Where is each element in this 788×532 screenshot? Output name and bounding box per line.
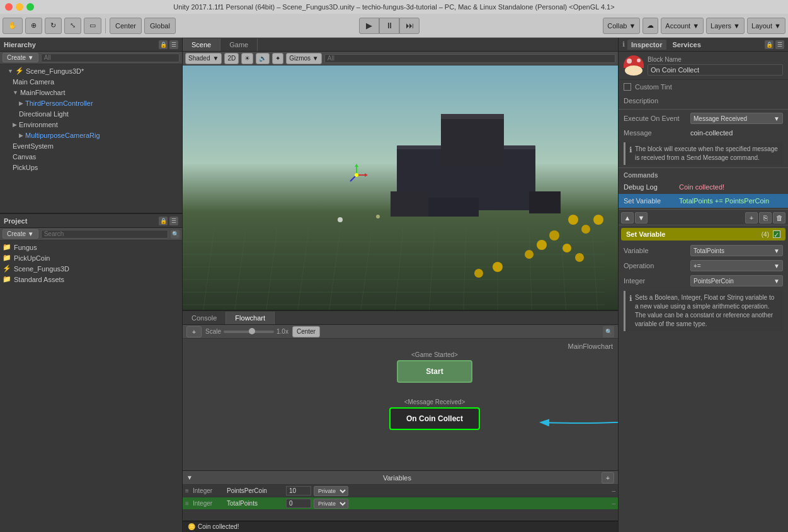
svg-point-40 bbox=[581, 225, 590, 234]
execute-event-dropdown[interactable]: Message Received ▼ bbox=[690, 113, 783, 124]
inspector-tab[interactable]: Inspector bbox=[627, 40, 666, 50]
global-button[interactable]: Global bbox=[144, 18, 176, 34]
cloud-button[interactable]: ☁ bbox=[642, 18, 658, 34]
set-var-delete-button[interactable]: 🗑 bbox=[773, 212, 785, 224]
block-name-input[interactable] bbox=[648, 64, 783, 76]
mainflowchart-title: MainFlowchart bbox=[568, 342, 613, 350]
tab-game[interactable]: Game bbox=[220, 38, 258, 51]
gizmos-dropdown[interactable]: Gizmos ▼ bbox=[286, 53, 322, 64]
project-create-button[interactable]: Create ▼ bbox=[3, 229, 38, 239]
ppercoin-drag-handle[interactable]: ≡ bbox=[185, 487, 190, 494]
pause-button[interactable]: ⏸ bbox=[379, 18, 399, 34]
layout-button[interactable]: Layout ▼ bbox=[747, 18, 785, 34]
fx-button[interactable]: ✦ bbox=[272, 53, 283, 64]
layers-button[interactable]: Layers ▼ bbox=[706, 18, 745, 34]
account-button[interactable]: Account ▼ bbox=[661, 18, 704, 34]
shaded-dropdown[interactable]: Shaded ▼ bbox=[185, 53, 222, 64]
project-search-submit[interactable]: 🔍 bbox=[171, 230, 180, 239]
twod-button[interactable]: 2D bbox=[224, 53, 239, 64]
project-item-standard-assets[interactable]: 📁 Standard Assets bbox=[0, 274, 182, 285]
custom-tint-checkbox[interactable] bbox=[624, 83, 631, 91]
inspector-lock-button[interactable]: 🔒 bbox=[765, 40, 774, 49]
maximize-button[interactable] bbox=[26, 3, 34, 11]
hierarchy-menu-button[interactable]: ☰ bbox=[169, 40, 178, 49]
audio-button[interactable]: 🔊 bbox=[256, 53, 270, 64]
totalpoints-privacy-select[interactable]: Private Public bbox=[314, 499, 348, 509]
scale-slider: Scale 1.0x bbox=[205, 328, 288, 335]
command-debug-log[interactable]: Debug Log Coin collected! bbox=[619, 180, 788, 194]
inspector-menu-button[interactable]: ☰ bbox=[775, 40, 784, 49]
inspector-panel-actions: 🔒 ☰ bbox=[765, 40, 784, 49]
play-button[interactable]: ▶ bbox=[359, 18, 379, 34]
layout-label: Layout ▼ bbox=[751, 22, 781, 30]
right-panel: ℹ Inspector Services 🔒 ☰ bbox=[618, 38, 788, 532]
project-item-pickupcoin[interactable]: 📁 PickUpCoin bbox=[0, 252, 182, 263]
hierarchy-item-dirlight[interactable]: Directional Light bbox=[0, 108, 182, 119]
set-var-add-button[interactable]: + bbox=[745, 212, 758, 224]
hierarchy-search-input[interactable] bbox=[41, 54, 180, 62]
scene-search-input[interactable] bbox=[324, 54, 615, 63]
ppercoin-value-input[interactable] bbox=[286, 486, 311, 495]
totalpoints-delete-button[interactable]: – bbox=[612, 500, 615, 507]
hierarchy-item-eventsystem[interactable]: EventSystem bbox=[0, 140, 182, 151]
hierarchy-lock-button[interactable]: 🔒 bbox=[159, 40, 168, 49]
sun-button[interactable]: ☀ bbox=[241, 53, 253, 64]
variable-inspector-dropdown[interactable]: TotalPoints ▼ bbox=[690, 245, 783, 256]
hierarchy-item-thirdperson[interactable]: ▶ ThirdPersonController bbox=[0, 98, 182, 108]
tab-scene[interactable]: Scene bbox=[183, 38, 220, 51]
hierarchy-item-environment[interactable]: ▶ Environment bbox=[0, 119, 182, 130]
hierarchy-item-maincamera[interactable]: Main Camera bbox=[0, 76, 182, 87]
start-node[interactable]: Start bbox=[397, 360, 472, 383]
ppercoin-delete-button[interactable]: – bbox=[612, 487, 615, 494]
services-tab[interactable]: Services bbox=[669, 40, 705, 50]
flowchart-add-button[interactable]: + bbox=[186, 326, 202, 337]
transform-gizmo[interactable] bbox=[344, 162, 369, 189]
close-button[interactable] bbox=[5, 3, 13, 11]
coin-collect-node[interactable]: On Coin Collect bbox=[389, 407, 480, 430]
flowchart-center-button[interactable]: Center bbox=[292, 326, 320, 337]
set-var-up-button[interactable]: ▲ bbox=[621, 212, 634, 224]
project-search-input[interactable] bbox=[41, 230, 168, 239]
totalpoints-drag-handle[interactable]: ≡ bbox=[185, 500, 190, 507]
set-variable-enabled-checkbox[interactable]: ✓ bbox=[773, 230, 780, 238]
integer-inspector-dropdown[interactable]: PointsPerCoin ▼ bbox=[690, 275, 783, 286]
totalpoints-value-input[interactable] bbox=[286, 499, 311, 508]
step-button[interactable]: ⏭ bbox=[399, 18, 420, 34]
rotate-tool-button[interactable]: ↻ bbox=[45, 18, 62, 34]
shaded-label: Shaded bbox=[188, 55, 210, 62]
minimize-button[interactable] bbox=[16, 3, 23, 11]
hierarchy-item-pickups[interactable]: PickUps bbox=[0, 162, 182, 173]
rect-tool-button[interactable]: ▭ bbox=[84, 18, 101, 34]
services-tab-label: Services bbox=[673, 41, 701, 48]
window-controls bbox=[5, 3, 34, 11]
scene-viewport[interactable]: Y X Z Persp bbox=[183, 65, 618, 310]
tab-flowchart[interactable]: Flowchart bbox=[226, 312, 275, 324]
hierarchy-item-canvas[interactable]: Canvas bbox=[0, 151, 182, 162]
flowchart-canvas[interactable]: MainFlowchart bbox=[183, 339, 618, 470]
set-var-copy-button[interactable]: ⎘ bbox=[759, 212, 772, 224]
hand-tool-button[interactable]: ✋ bbox=[3, 18, 23, 34]
scale-tool-button[interactable]: ⤡ bbox=[64, 18, 81, 34]
project-lock-button[interactable]: 🔒 bbox=[159, 217, 168, 225]
hierarchy-create-button[interactable]: Create ▼ bbox=[3, 53, 38, 62]
set-var-down-button[interactable]: ▼ bbox=[635, 212, 648, 224]
tab-console[interactable]: Console bbox=[183, 312, 226, 324]
hierarchy-item-scene[interactable]: ▼ ⚡ Scene_Fungus3D* bbox=[0, 65, 182, 76]
project-item-scene[interactable]: ⚡ Scene_Fungus3D bbox=[0, 263, 182, 274]
move-tool-button[interactable]: ⊕ bbox=[25, 18, 42, 34]
operation-inspector-dropdown[interactable]: += ▼ bbox=[690, 260, 783, 271]
variables-add-button[interactable]: + bbox=[602, 472, 614, 484]
hierarchy-item-multipurpose[interactable]: ▶ MultipurposeCameraRig bbox=[0, 130, 182, 140]
center-button[interactable]: Center bbox=[110, 18, 142, 34]
collab-button[interactable]: Collab ▼ bbox=[603, 18, 640, 34]
hierarchy-item-mainflowchart[interactable]: ▼ MainFlowchart bbox=[0, 87, 182, 98]
scale-track[interactable] bbox=[224, 331, 274, 333]
project-item-fungus[interactable]: 📁 Fungus bbox=[0, 242, 182, 252]
ppercoin-privacy-select[interactable]: Private Public bbox=[314, 486, 348, 496]
command-set-variable[interactable]: Set Variable TotalPoints += PointsPerCoi… bbox=[619, 194, 788, 208]
flowchart-search-button[interactable]: 🔍 bbox=[603, 326, 614, 337]
scene-3d-view: Y X Z Persp bbox=[183, 65, 618, 310]
scale-thumb[interactable] bbox=[249, 328, 255, 334]
game-tab-label: Game bbox=[229, 41, 248, 48]
project-menu-button[interactable]: ☰ bbox=[169, 217, 178, 225]
